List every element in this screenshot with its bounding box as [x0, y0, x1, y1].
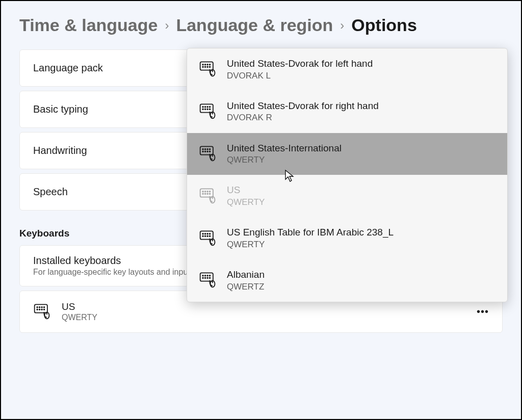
svg-rect-22	[200, 104, 213, 113]
option-layout: QWERTY	[227, 239, 394, 250]
svg-point-16	[202, 67, 203, 68]
svg-point-19	[210, 67, 211, 68]
svg-point-26	[210, 107, 211, 108]
keyboard-icon	[198, 144, 218, 164]
svg-point-61	[205, 235, 206, 237]
svg-point-6	[39, 309, 40, 310]
svg-point-56	[202, 233, 203, 234]
svg-point-39	[205, 151, 206, 152]
svg-point-28	[205, 109, 206, 110]
keyboard-icon	[198, 59, 218, 80]
breadcrumb-time-language[interactable]: Time & language	[19, 15, 158, 35]
option-name: Albanian	[227, 269, 265, 281]
keyboard-icon	[198, 270, 218, 291]
keyboard-layout-option[interactable]: United States-InternationalQWERTY	[187, 133, 507, 175]
keyboard-layout-option: USQWERTY	[187, 175, 507, 217]
svg-point-7	[41, 309, 42, 310]
svg-point-52	[210, 193, 211, 194]
keyboard-icon	[33, 302, 51, 322]
keyboard-layout-option[interactable]: United States-Dvorak for left handDVORAK…	[187, 48, 507, 91]
svg-point-69	[207, 275, 208, 276]
svg-point-2	[39, 306, 40, 307]
svg-point-18	[207, 67, 208, 68]
svg-point-45	[202, 191, 203, 192]
option-layout: QWERTZ	[227, 281, 265, 293]
keyboard-layout-option[interactable]: United States-Dvorak for right handDVORA…	[187, 91, 507, 133]
svg-point-23	[202, 107, 203, 108]
svg-point-50	[205, 193, 206, 194]
svg-point-41	[210, 151, 211, 152]
svg-point-24	[205, 107, 206, 108]
svg-point-37	[210, 149, 211, 150]
svg-point-62	[207, 235, 208, 237]
svg-point-59	[210, 233, 211, 234]
svg-point-57	[205, 233, 206, 234]
svg-point-70	[210, 275, 211, 276]
keyboard-icon	[198, 186, 218, 206]
keyboard-layout-option[interactable]: AlbanianQWERTZ	[187, 259, 507, 302]
svg-point-74	[210, 278, 211, 279]
more-options-icon[interactable]: •••	[477, 306, 489, 318]
svg-point-38	[202, 151, 203, 152]
svg-point-35	[205, 149, 206, 150]
svg-point-68	[205, 275, 206, 276]
keyboard-layout: QWERTY	[62, 313, 97, 322]
svg-point-17	[205, 67, 206, 68]
keyboard-layout-dropdown: United States-Dvorak for left handDVORAK…	[187, 48, 508, 302]
svg-point-36	[207, 149, 208, 150]
option-layout: QWERTY	[227, 154, 342, 166]
svg-point-58	[207, 233, 208, 234]
svg-point-4	[44, 306, 45, 307]
svg-rect-44	[200, 189, 213, 197]
svg-point-47	[207, 191, 208, 192]
svg-point-8	[44, 309, 45, 310]
svg-point-30	[210, 109, 211, 110]
svg-point-29	[207, 109, 208, 110]
option-name: United States-Dvorak for left hand	[227, 58, 373, 70]
svg-point-51	[207, 193, 208, 194]
keyboard-icon	[198, 228, 218, 249]
svg-point-46	[205, 191, 206, 192]
keyboard-layout-option[interactable]: US English Table for IBM Arabic 238_LQWE…	[187, 217, 507, 259]
svg-point-63	[210, 235, 211, 237]
keyboard-name: US	[62, 301, 97, 312]
svg-point-25	[207, 107, 208, 108]
chevron-right-icon: ›	[340, 18, 344, 33]
keyboard-icon	[198, 101, 218, 122]
svg-point-1	[37, 306, 38, 307]
svg-rect-11	[200, 62, 213, 70]
svg-point-15	[210, 64, 211, 65]
breadcrumb-language-region[interactable]: Language & region	[176, 15, 333, 35]
option-name: US	[227, 184, 265, 197]
option-name: United States-Dvorak for right hand	[227, 100, 379, 113]
svg-point-71	[202, 278, 203, 279]
option-name: United States-International	[227, 142, 342, 155]
svg-point-60	[202, 235, 203, 237]
breadcrumb-options: Options	[351, 15, 416, 35]
svg-rect-33	[200, 146, 213, 154]
svg-point-49	[202, 193, 203, 194]
svg-point-5	[37, 309, 38, 310]
svg-point-27	[202, 109, 203, 110]
svg-point-13	[205, 64, 206, 65]
breadcrumb: Time & language › Language & region › Op…	[19, 15, 503, 35]
svg-rect-0	[35, 304, 47, 312]
svg-point-73	[207, 278, 208, 279]
svg-rect-66	[200, 273, 213, 281]
option-name: US English Table for IBM Arabic 238_L	[227, 226, 394, 239]
svg-point-12	[202, 64, 203, 65]
chevron-right-icon: ›	[165, 18, 169, 33]
svg-point-72	[205, 278, 206, 279]
option-layout: DVORAK R	[227, 112, 379, 123]
svg-point-3	[41, 306, 42, 307]
svg-point-67	[202, 275, 203, 276]
option-layout: QWERTY	[227, 197, 265, 208]
svg-point-40	[207, 151, 208, 152]
svg-point-48	[210, 191, 211, 192]
svg-point-14	[207, 64, 208, 65]
option-layout: DVORAK L	[227, 70, 373, 82]
svg-rect-55	[200, 231, 213, 239]
svg-point-34	[202, 149, 203, 150]
